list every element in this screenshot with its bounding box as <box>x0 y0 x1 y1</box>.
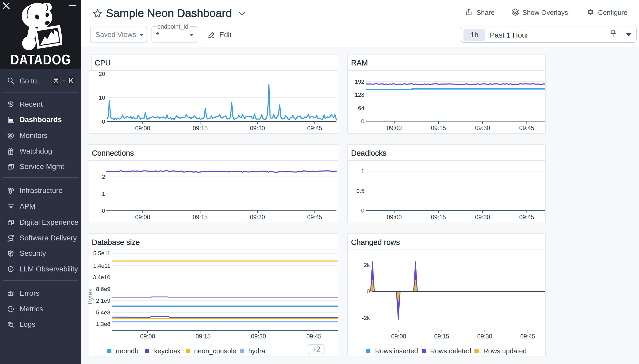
svg-text:09:30: 09:30 <box>477 333 492 340</box>
svg-text:09:15: 09:15 <box>193 125 208 132</box>
svg-text:5.4e8: 5.4e8 <box>96 309 110 316</box>
svg-text:09:45: 09:45 <box>519 214 534 221</box>
svg-text:09:15: 09:15 <box>431 125 446 131</box>
svg-text:09:00: 09:00 <box>387 125 402 131</box>
svg-text:Bytes: Bytes <box>88 289 94 304</box>
svg-text:09:15: 09:15 <box>431 214 446 221</box>
svg-text:09:00: 09:00 <box>135 214 150 221</box>
svg-text:1.3e8: 1.3e8 <box>96 321 110 327</box>
svg-text:128: 128 <box>355 92 364 98</box>
svg-text:0: 0 <box>361 118 364 125</box>
svg-text:09:45: 09:45 <box>307 214 322 221</box>
svg-text:09:15: 09:15 <box>193 214 208 221</box>
svg-text:09:15: 09:15 <box>434 333 449 340</box>
svg-text:09:00: 09:00 <box>140 333 155 340</box>
svg-text:2: 2 <box>102 174 105 180</box>
svg-text:-2k: -2k <box>362 315 370 321</box>
svg-text:64: 64 <box>358 105 364 111</box>
svg-text:09:00: 09:00 <box>387 214 402 221</box>
svg-text:2.1e9: 2.1e9 <box>96 298 110 304</box>
svg-text:0: 0 <box>102 208 105 214</box>
svg-text:1.4e11: 1.4e11 <box>93 263 110 269</box>
svg-text:0: 0 <box>367 288 370 295</box>
svg-text:09:30: 09:30 <box>251 333 266 340</box>
svg-text:09:30: 09:30 <box>475 125 490 131</box>
svg-text:8.6e9: 8.6e9 <box>96 286 110 292</box>
svg-text:192: 192 <box>355 78 364 85</box>
svg-text:09:15: 09:15 <box>196 333 211 340</box>
svg-text:09:45: 09:45 <box>520 333 535 340</box>
svg-text:09:30: 09:30 <box>475 214 490 221</box>
svg-text:0.5: 0.5 <box>356 188 364 194</box>
svg-text:0: 0 <box>102 118 105 125</box>
svg-text:20: 20 <box>99 71 105 77</box>
svg-text:09:00: 09:00 <box>391 333 406 340</box>
svg-text:1: 1 <box>102 191 105 197</box>
svg-text:09:30: 09:30 <box>250 125 265 132</box>
svg-text:09:45: 09:45 <box>307 125 322 132</box>
svg-text:1: 1 <box>361 168 364 174</box>
svg-text:09:45: 09:45 <box>519 125 534 131</box>
svg-text:0: 0 <box>361 207 364 214</box>
svg-text:10: 10 <box>99 94 105 101</box>
svg-text:2k: 2k <box>364 262 370 268</box>
svg-text:09:00: 09:00 <box>135 125 150 132</box>
svg-text:09:45: 09:45 <box>306 333 322 340</box>
svg-text:5.5e11: 5.5e11 <box>93 250 110 257</box>
svg-text:3.4e10: 3.4e10 <box>93 274 110 281</box>
svg-text:09:30: 09:30 <box>250 214 265 221</box>
